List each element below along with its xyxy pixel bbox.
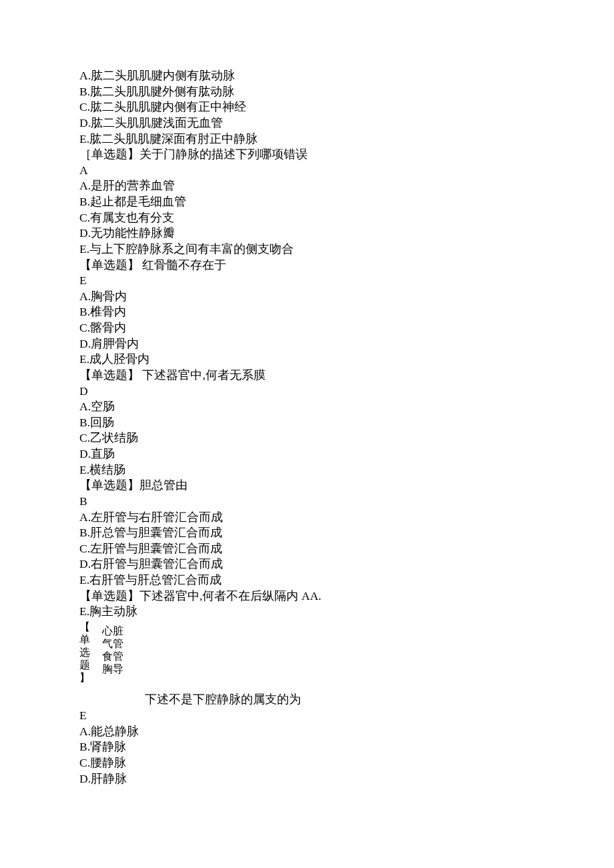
q7-option-c: C.腰静脉 bbox=[79, 755, 614, 771]
q3-option-c: C.髂骨内 bbox=[79, 320, 614, 336]
q6-right-3: 食管 bbox=[102, 650, 123, 663]
q4-title: 【单选题】 下述器官中,何者无系膜 bbox=[79, 368, 614, 384]
q3-option-b: B.椎骨内 bbox=[79, 304, 614, 320]
q4-option-d: D.直肠 bbox=[79, 446, 614, 462]
q1-option-a: A.肱二头肌肌腱内侧有肱动脉 bbox=[79, 68, 614, 84]
q3-title: 【单选题】 红骨髓不存在于 bbox=[79, 258, 614, 274]
q3-option-d: D.肩胛骨内 bbox=[79, 336, 614, 352]
q2-option-c: C.有属支也有分支 bbox=[79, 210, 614, 226]
q4-option-a: A.空肠 bbox=[79, 399, 614, 415]
q4-option-c: C.乙状结肠 bbox=[79, 430, 614, 446]
q7-option-a: A.能总静脉 bbox=[79, 724, 614, 740]
q3-answer: E bbox=[79, 273, 614, 289]
q5-option-c: C.左肝管与胆囊管汇合而成 bbox=[79, 541, 614, 557]
q2-option-a: A.是肝的营养血管 bbox=[79, 178, 614, 194]
q5-option-d: D.右肝管与胆囊管汇合而成 bbox=[79, 556, 614, 572]
q6-left-5: 】 bbox=[79, 672, 90, 685]
q4-option-e: E.横结肠 bbox=[79, 462, 614, 478]
q6-right-1: 心脏 bbox=[102, 625, 123, 638]
q6-left-col: 【 单 选 题 】 bbox=[79, 621, 90, 685]
q1-option-b: B.肱二头肌肌腱外侧有肱动脉 bbox=[79, 84, 614, 100]
q3-option-e: E.成人胫骨内 bbox=[79, 352, 614, 368]
q5-option-b: B.肝总管与胆囊管汇合而成 bbox=[79, 525, 614, 541]
q1-option-d: D.肱二头肌肌腱浅面无血管 bbox=[79, 115, 614, 131]
q2-option-b: B.起止都是毛细血管 bbox=[79, 194, 614, 210]
q7-answer: E bbox=[79, 708, 614, 724]
q6-left-3: 选 bbox=[79, 646, 90, 659]
q3-option-a: A.胸骨内 bbox=[79, 289, 614, 305]
q7-option-d: D.肝静脉 bbox=[79, 771, 614, 787]
q6-title: 【单选题】下述器官中,何者不在后纵隔内 AA. bbox=[79, 588, 614, 604]
q6-left-1: 【 bbox=[79, 621, 90, 634]
q1-option-c: C.肱二头肌肌腱内侧有正中神经 bbox=[79, 99, 614, 115]
q5-answer: B bbox=[79, 494, 614, 510]
q6-left-2: 单 bbox=[79, 634, 90, 646]
q7-title: 下述不是下腔静脉的属支的为 bbox=[145, 692, 614, 708]
q5-title: 【单选题】胆总管由 bbox=[79, 478, 614, 494]
q2-option-d: D.无功能性静脉瓣 bbox=[79, 226, 614, 242]
q4-option-b: B.回肠 bbox=[79, 415, 614, 431]
q6-left-4: 题 bbox=[79, 659, 90, 672]
q5-option-e: E.右肝管与肝总管汇合而成 bbox=[79, 572, 614, 588]
q2-answer: A bbox=[79, 163, 614, 179]
q6-mixed-block: 【 单 选 题 】 心脏 气管 食管 胸导 bbox=[79, 621, 614, 685]
q6-right-2: 气管 bbox=[102, 638, 123, 650]
q7-option-b: B.肾静脉 bbox=[79, 739, 614, 755]
q4-answer: D bbox=[79, 384, 614, 400]
q6-right-col: 心脏 气管 食管 胸导 bbox=[102, 621, 123, 685]
q2-title: ［单选题】关于门静脉的描述下列哪项错误 bbox=[79, 147, 614, 163]
q5-option-a: A.左肝管与右肝管汇合而成 bbox=[79, 510, 614, 526]
q6-right-4: 胸导 bbox=[102, 663, 123, 676]
q1-option-e: E.肱二头肌肌腱深面有肘正中静脉 bbox=[79, 131, 614, 147]
q6-option-e: E.胸主动脉 bbox=[79, 604, 614, 620]
q2-option-e: E.与上下腔静脉系之间有丰富的侧支吻合 bbox=[79, 242, 614, 258]
